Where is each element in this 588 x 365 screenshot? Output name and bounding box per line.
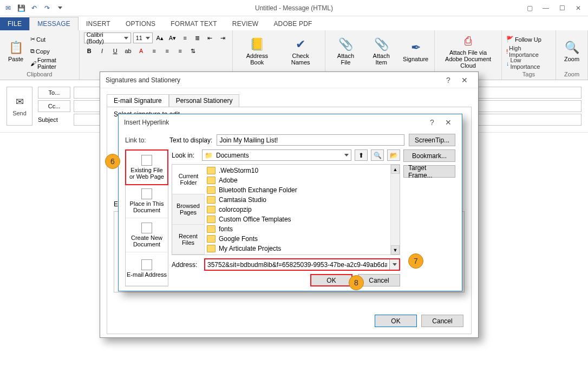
adobe-attach-button[interactable]: ⎙Attach File via Adobe Document Cloud — [439, 33, 497, 70]
grow-font-icon[interactable]: A▴ — [155, 32, 165, 43]
look-in-label: Look in: — [172, 152, 199, 159]
ok-button[interactable]: OK — [375, 315, 417, 327]
help-icon[interactable]: ? — [440, 76, 456, 84]
underline-icon[interactable]: U — [110, 45, 121, 56]
look-in-select[interactable]: 📁Documents — [202, 149, 351, 161]
close-icon[interactable]: ✕ — [440, 118, 456, 127]
file-name: .WebStorm10 — [219, 167, 258, 174]
format-painter-button[interactable]: 🖌 Format Painter — [30, 58, 75, 69]
address-book-button[interactable]: 📒Address Book — [237, 36, 277, 67]
step-marker-7: 7 — [408, 253, 423, 269]
subtab-recent-files[interactable]: Recent Files — [172, 225, 205, 255]
font-name-select[interactable]: Calibri (Body) — [84, 32, 131, 43]
font-color-icon[interactable]: A — [136, 45, 147, 56]
save-icon[interactable]: 💾 — [15, 2, 27, 14]
tab-personal-stationery[interactable]: Personal Stationery — [169, 94, 240, 107]
linkto-existing-file[interactable]: Existing File or Web Page — [125, 149, 168, 185]
numbering-icon[interactable]: ≣ — [192, 32, 202, 43]
maximize-icon[interactable]: ☐ — [554, 1, 570, 16]
file-item[interactable]: Google Fonts — [207, 234, 397, 244]
align-center-icon[interactable]: ≡ — [162, 45, 173, 56]
cut-button[interactable]: ✂ Cut — [30, 34, 75, 45]
ribbon-options-icon[interactable]: ▢ — [522, 1, 537, 16]
align-right-icon[interactable]: ≡ — [175, 45, 186, 56]
browse-web-icon[interactable]: 🔍 — [371, 149, 384, 161]
tab-insert[interactable]: INSERT — [79, 17, 118, 30]
font-size-select[interactable]: 11 — [133, 32, 153, 43]
check-names-button[interactable]: ✔Check Names — [280, 36, 321, 67]
subtab-browsed-pages[interactable]: Browsed Pages — [172, 194, 205, 224]
bookmark-button[interactable]: Bookmark... — [403, 149, 455, 162]
paste-button[interactable]: 📋Paste — [4, 40, 27, 63]
quick-access-toolbar: ✉ 💾 ↶ ↷ — [2, 2, 66, 14]
bold-icon[interactable]: B — [84, 45, 95, 56]
undo-icon[interactable]: ↶ — [28, 2, 40, 14]
signature-button[interactable]: ✒Signature — [401, 40, 430, 63]
high-importance-button[interactable]: ! High Importance — [506, 46, 551, 57]
file-item[interactable]: colorcopzip — [207, 205, 397, 214]
copy-button[interactable]: ⧉ Copy — [30, 46, 75, 57]
tab-email-signature[interactable]: E-mail Signature — [107, 94, 169, 107]
linkto-place-in-document[interactable]: Place in This Document — [126, 185, 168, 219]
italic-icon[interactable]: I — [97, 45, 108, 56]
tab-options[interactable]: OPTIONS — [118, 17, 163, 30]
close-icon[interactable]: ✕ — [456, 76, 473, 84]
attach-file-button[interactable]: 📎Attach File — [330, 36, 361, 67]
file-item[interactable]: Camtasia Studio — [207, 195, 397, 205]
follow-up-button[interactable]: 🚩 Follow Up — [506, 34, 551, 45]
low-importance-button[interactable]: ↓ Low Importance — [506, 58, 551, 69]
close-icon[interactable]: ✕ — [571, 1, 586, 16]
screentip-button[interactable]: ScreenTip... — [409, 134, 455, 146]
high-importance-label: High Importance — [509, 45, 551, 58]
help-icon[interactable]: ? — [424, 118, 440, 127]
redo-icon[interactable]: ↷ — [41, 2, 53, 14]
up-folder-icon[interactable]: ⬆ — [355, 149, 368, 161]
attach-item-button[interactable]: 📎Attach Item — [364, 36, 398, 67]
text-to-display-input[interactable] — [217, 134, 404, 146]
tab-review[interactable]: REVIEW — [225, 17, 266, 30]
file-name: Camtasia Studio — [219, 196, 266, 204]
tab-message[interactable]: MESSAGE — [29, 17, 79, 30]
indent-icon[interactable]: ⇥ — [218, 32, 228, 43]
scrollbar[interactable]: ▲ ▼ — [390, 165, 400, 255]
line-spacing-icon[interactable]: ⇅ — [188, 45, 199, 56]
file-item[interactable]: fonts — [207, 224, 397, 234]
file-item[interactable]: .WebStorm10 — [207, 166, 397, 175]
file-item[interactable]: Bluetooth Exchange Folder — [207, 185, 397, 195]
scroll-down-icon[interactable]: ▼ — [391, 245, 400, 255]
browse-file-icon[interactable]: 📂 — [387, 149, 400, 161]
subtab-current-folder[interactable]: Current Folder — [172, 165, 205, 194]
align-left-icon[interactable]: ≡ — [149, 45, 160, 56]
signature-label: Signature — [403, 56, 428, 62]
file-name: Google Fonts — [219, 235, 258, 243]
cc-button[interactable]: Cc... — [38, 100, 70, 112]
tab-adobe-pdf[interactable]: ADOBE PDF — [266, 17, 319, 30]
folder-icon — [207, 216, 215, 223]
target-frame-button[interactable]: Target Frame... — [403, 165, 455, 178]
send-button[interactable]: ✉Send — [6, 87, 32, 126]
cancel-button[interactable]: Cancel — [421, 315, 463, 327]
minimize-icon[interactable]: — — [538, 1, 553, 16]
file-item[interactable]: Adobe — [207, 175, 397, 185]
shrink-font-icon[interactable]: A▾ — [167, 32, 178, 43]
address-dropdown-icon[interactable] — [389, 259, 399, 270]
bullets-icon[interactable]: ≡ — [180, 32, 190, 43]
file-list[interactable]: .WebStorm10AdobeBluetooth Exchange Folde… — [205, 165, 400, 255]
scroll-up-icon[interactable]: ▲ — [391, 165, 400, 174]
outdent-icon[interactable]: ⇤ — [205, 32, 215, 43]
tab-file[interactable]: FILE — [0, 17, 29, 30]
window-title: Untitled - Message (HTML) — [66, 4, 522, 12]
linkto-create-new-document[interactable]: Create New Document — [126, 218, 168, 252]
highlight-icon[interactable]: ab — [123, 45, 134, 56]
ok-button[interactable]: OK — [310, 274, 352, 286]
tab-format-text[interactable]: FORMAT TEXT — [163, 17, 225, 30]
file-item[interactable]: My Articulate Projects — [207, 244, 397, 253]
dialog-title: Signatures and Stationery — [106, 76, 180, 84]
linkto-email-address[interactable]: E-mail Address — [126, 252, 168, 286]
qat-more-icon[interactable] — [54, 2, 66, 14]
zoom-button[interactable]: 🔍Zoom — [560, 40, 583, 63]
file-item[interactable]: Custom Office Templates — [207, 214, 397, 224]
cancel-button[interactable]: Cancel — [358, 274, 400, 286]
to-button[interactable]: To... — [38, 87, 70, 99]
address-input[interactable] — [205, 259, 389, 270]
